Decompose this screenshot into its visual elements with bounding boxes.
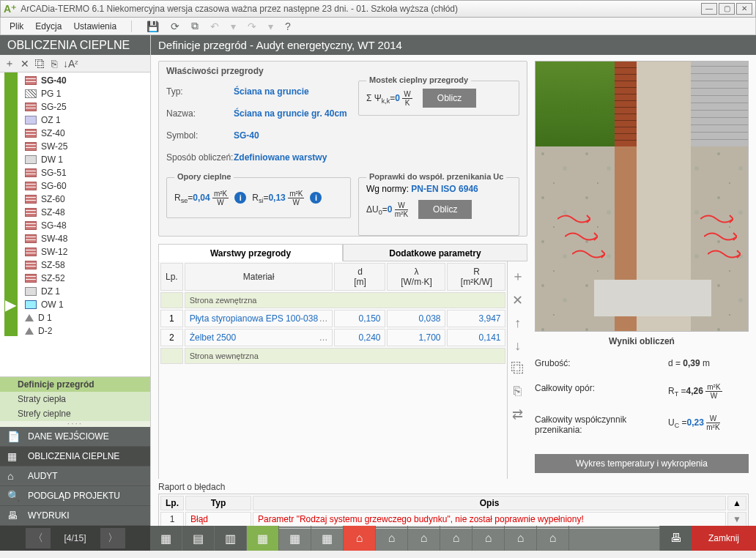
menu-edycja[interactable]: Edycja bbox=[35, 21, 62, 31]
nav-item[interactable]: 🔍PODGLĄD PROJEKTU bbox=[0, 486, 150, 506]
menu-plik[interactable]: Plik bbox=[10, 21, 23, 31]
tree-item[interactable]: SG-25 bbox=[21, 100, 150, 114]
main-title: Definicje przegród - Audyt energetyczny,… bbox=[151, 35, 756, 55]
temperature-chart-button[interactable]: Wykres temperatury i wykroplenia bbox=[535, 454, 749, 473]
window-title: ArCADia-TERMO 6.1 Niekomercyjna wersja c… bbox=[21, 4, 701, 14]
save-icon[interactable]: 💾 bbox=[147, 21, 159, 32]
clipboard-icon[interactable]: ⎘ bbox=[51, 58, 57, 70]
footer-tool-9[interactable]: ⌂ bbox=[408, 526, 440, 551]
duplicate-icon[interactable]: ⿻ bbox=[35, 58, 45, 70]
footer-tool-12[interactable]: ⌂ bbox=[505, 526, 537, 551]
footer-tool-6[interactable]: ▦ bbox=[311, 526, 344, 551]
results-title: Wyniki obliczeń bbox=[535, 336, 749, 346]
menubar: Plik Edycja Ustawienia 💾 ⟳ ⧉ ↶ ▾ ↷ ▾ ? bbox=[0, 18, 756, 35]
tree-item[interactable]: SG-60 bbox=[21, 179, 150, 193]
info-rsi-icon[interactable]: i bbox=[310, 192, 322, 204]
print-button[interactable]: 🖶 bbox=[659, 526, 692, 551]
layers-table[interactable]: Lp. Materiał d[m] λ[W/m·K] R[m²K/W] Stro… bbox=[158, 261, 508, 479]
footer-tool-1[interactable]: ▦ bbox=[150, 526, 182, 551]
row-add-icon[interactable]: ＋ bbox=[511, 267, 525, 285]
tree-item[interactable]: SZ-58 bbox=[21, 258, 150, 272]
tree-item[interactable]: OW 1 bbox=[21, 298, 150, 311]
footer-tool-11[interactable]: ⌂ bbox=[472, 526, 505, 551]
type-link[interactable]: Ściana na gruncie bbox=[234, 86, 309, 97]
footer-tool-4[interactable]: ▦ bbox=[247, 526, 279, 551]
row-up-icon[interactable]: ↑ bbox=[514, 316, 521, 331]
resize-grip[interactable]: ···· bbox=[0, 421, 150, 427]
redo-menu-icon[interactable]: ▾ bbox=[268, 21, 273, 32]
info-rse-icon[interactable]: i bbox=[234, 192, 246, 204]
tree-item[interactable]: SW-12 bbox=[21, 245, 150, 258]
error-table[interactable]: Lp. Typ Opis ▲ 1BłądParametr "Rodzaj sys… bbox=[158, 494, 749, 529]
tree-item[interactable]: OZ 1 bbox=[21, 114, 150, 127]
menu-ustawienia[interactable]: Ustawienia bbox=[73, 21, 116, 31]
footer-tool-5[interactable]: ▦ bbox=[279, 526, 311, 551]
row-down-icon[interactable]: ↓ bbox=[514, 338, 521, 354]
footer-tool-10[interactable]: ⌂ bbox=[440, 526, 472, 551]
bridge-equation: Σ Ψk,k=0 WK bbox=[366, 90, 412, 107]
tree-item[interactable]: SW-48 bbox=[21, 232, 150, 245]
nav-item[interactable]: ▦OBLICZENIA CIEPLNE bbox=[0, 447, 150, 466]
section-item[interactable]: Straty ciepła bbox=[0, 392, 150, 406]
footer-tool-7[interactable]: ⌂ bbox=[344, 526, 376, 551]
tree-item[interactable]: SZ-48 bbox=[21, 206, 150, 219]
page-prev-button[interactable]: 〈 bbox=[26, 528, 51, 548]
footer-toolbar: 〈 [4/15] 〉 ▦ ▤ ▥ ▦ ▦ ▦ ⌂ ⌂ ⌂ ⌂ ⌂ ⌂ ⌂ 🖶 Z… bbox=[0, 526, 756, 551]
page-indicator: [4/15] bbox=[53, 533, 97, 543]
tab-layers[interactable]: Warstwy przegrody bbox=[158, 244, 343, 261]
section-item[interactable]: Definicje przegród bbox=[0, 377, 150, 392]
close-button[interactable]: Zamknij bbox=[692, 526, 756, 551]
error-report-title: Raport o błędach bbox=[158, 482, 749, 492]
tree-item[interactable]: SW-25 bbox=[21, 140, 150, 153]
footer-tool-13[interactable]: ⌂ bbox=[537, 526, 569, 551]
tab-extra-params[interactable]: Dodatkowe parametry bbox=[343, 244, 527, 261]
add-icon[interactable]: ＋ bbox=[4, 57, 15, 70]
nav-item[interactable]: 📄DANE WEJŚCIOWE bbox=[0, 427, 150, 447]
undo-menu-icon[interactable]: ▾ bbox=[231, 21, 236, 32]
undo-icon[interactable]: ↶ bbox=[210, 21, 219, 32]
row-swap-icon[interactable]: ⇄ bbox=[512, 406, 523, 423]
footer-tool-3[interactable]: ▥ bbox=[215, 526, 247, 551]
help-icon[interactable]: ? bbox=[285, 21, 291, 32]
sort-icon[interactable]: ↓Aᶻ bbox=[63, 58, 78, 70]
symbol-link[interactable]: SG-40 bbox=[234, 130, 259, 141]
tree-item[interactable]: SZ-40 bbox=[21, 127, 150, 140]
calc-mode-link[interactable]: Zdefiniowane warstwy bbox=[234, 152, 327, 163]
uc-calc-button[interactable]: Oblicz bbox=[418, 200, 472, 219]
nav-item[interactable]: 🖶WYDRUKI bbox=[0, 506, 150, 526]
tree-item[interactable]: DZ 1 bbox=[21, 285, 150, 298]
properties-header: Właściwości przegrody bbox=[166, 66, 519, 76]
tree-item[interactable]: SG-40 bbox=[21, 74, 150, 87]
partition-tree[interactable]: SG-40PG 1SG-25OZ 1SZ-40SW-25DW 1SG-51SG-… bbox=[21, 72, 150, 376]
nav-item[interactable]: ⌂AUDYT bbox=[0, 466, 150, 486]
tree-item[interactable]: SG-48 bbox=[21, 219, 150, 232]
redo-icon[interactable]: ↷ bbox=[248, 21, 256, 32]
row-copy-icon[interactable]: ⿻ bbox=[511, 361, 525, 376]
tree-arrow-icon: ▶ bbox=[0, 296, 21, 313]
name-link[interactable]: Ściana na gruncie gr. 40cm bbox=[234, 108, 347, 119]
copy-icon[interactable]: ⧉ bbox=[191, 20, 199, 32]
norm-link[interactable]: PN-EN ISO 6946 bbox=[411, 184, 478, 194]
left-panel-title: OBLICZENIA CIEPLNE bbox=[0, 35, 150, 55]
maximize-button[interactable]: ▢ bbox=[719, 3, 735, 15]
page-next-button[interactable]: 〉 bbox=[100, 528, 125, 548]
tree-item[interactable]: SZ-60 bbox=[21, 193, 150, 206]
delete-icon[interactable]: ✕ bbox=[21, 58, 29, 70]
footer-tool-8[interactable]: ⌂ bbox=[376, 526, 408, 551]
titlebar: A⁺ ArCADia-TERMO 6.1 Niekomercyjna wersj… bbox=[0, 0, 756, 18]
bridge-calc-button[interactable]: Oblicz bbox=[423, 89, 476, 108]
footer-tool-2[interactable]: ▤ bbox=[182, 526, 215, 551]
tree-item[interactable]: DW 1 bbox=[21, 153, 150, 166]
row-delete-icon[interactable]: ✕ bbox=[512, 292, 523, 308]
row-paste-icon[interactable]: ⎘ bbox=[514, 384, 522, 399]
partition-preview bbox=[535, 61, 749, 332]
close-window-button[interactable]: ✕ bbox=[736, 3, 752, 15]
tree-item[interactable]: SG-51 bbox=[21, 166, 150, 179]
tree-item[interactable]: SZ-52 bbox=[21, 272, 150, 285]
tree-item[interactable]: D 1 bbox=[21, 311, 150, 324]
tree-item[interactable]: PG 1 bbox=[21, 87, 150, 100]
refresh-icon[interactable]: ⟳ bbox=[171, 21, 179, 32]
app-logo: A⁺ bbox=[4, 3, 16, 15]
tree-item[interactable]: D-2 bbox=[21, 324, 150, 338]
minimize-button[interactable]: — bbox=[701, 3, 717, 15]
